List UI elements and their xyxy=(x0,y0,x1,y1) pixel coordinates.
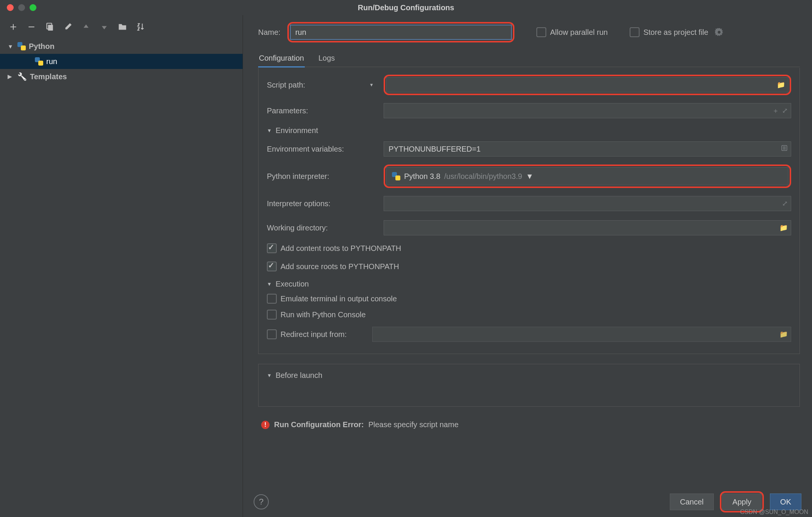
apply-button[interactable]: Apply xyxy=(722,494,762,510)
error-title: Run Configuration Error: xyxy=(274,420,364,429)
copy-config-icon[interactable] xyxy=(45,22,55,32)
chevron-down-icon: ▼ xyxy=(526,172,533,181)
browse-folder-icon[interactable]: 📁 xyxy=(779,330,788,338)
store-as-project-file-checkbox[interactable]: Store as project file xyxy=(630,27,708,37)
interpreter-select[interactable]: Python 3.8 /usr/local/bin/python3.9 ▼ xyxy=(386,167,788,185)
checkbox-icon xyxy=(267,329,277,339)
add-config-icon[interactable] xyxy=(8,22,18,32)
before-launch-list[interactable] xyxy=(267,384,791,403)
interpreter-label: Python interpreter: xyxy=(267,172,377,181)
parameters-input[interactable]: ＋ ⤢ xyxy=(384,103,791,118)
tree-node-label: Templates xyxy=(30,72,67,81)
ok-button[interactable]: OK xyxy=(770,494,801,510)
checkbox-label: Allow parallel run xyxy=(550,28,608,37)
minimize-window-icon[interactable] xyxy=(18,4,25,11)
move-down-icon[interactable] xyxy=(99,22,109,32)
script-path-label[interactable]: Script path: ▼ xyxy=(267,81,377,89)
checkbox-label: Add source roots to PYTHONPATH xyxy=(281,262,399,271)
parameters-label: Parameters: xyxy=(267,107,377,115)
checkbox-label: Redirect input from: xyxy=(281,330,347,339)
error-message: Please specify script name xyxy=(368,420,459,429)
tree-node-label: Python xyxy=(29,42,55,51)
interp-opts-input[interactable]: ⤢ xyxy=(384,196,791,211)
redirect-input-checkbox[interactable]: Redirect input from: xyxy=(267,329,365,339)
tab-configuration[interactable]: Configuration xyxy=(258,49,305,67)
gear-icon[interactable] xyxy=(715,28,723,36)
env-vars-row: Environment variables: PYTHONUNBUFFERED=… xyxy=(267,140,791,158)
help-button[interactable]: ? xyxy=(254,494,269,509)
svg-rect-2 xyxy=(48,25,53,31)
tree-node-python[interactable]: ▼ Python xyxy=(0,39,243,54)
move-up-icon[interactable] xyxy=(81,22,91,32)
close-window-icon[interactable] xyxy=(7,4,14,11)
configuration-panel: Script path: ▼ 📁 Parameters: xyxy=(258,68,800,354)
list-edit-icon[interactable] xyxy=(781,145,788,154)
section-title: Environment xyxy=(276,126,318,135)
error-row: ! Run Configuration Error: Please specif… xyxy=(258,417,800,434)
tree-item-run[interactable]: run xyxy=(0,54,243,69)
tabs: Configuration Logs xyxy=(258,49,800,67)
add-content-roots-checkbox[interactable]: Add content roots to PYTHONPATH xyxy=(267,243,791,253)
script-path-input[interactable]: 📁 xyxy=(386,77,788,92)
checkbox-icon xyxy=(536,27,546,37)
redirect-input-row: Redirect input from: 📁 xyxy=(267,326,791,343)
python-icon xyxy=(392,172,400,180)
input-value: PYTHONUNBUFFERED=1 xyxy=(389,145,481,154)
python-icon xyxy=(17,42,26,50)
sort-alpha-icon[interactable] xyxy=(136,22,146,32)
workdir-input[interactable]: 📁 xyxy=(384,220,791,235)
sidebar-toolbar xyxy=(0,19,243,37)
emulate-terminal-checkbox[interactable]: Emulate terminal in output console xyxy=(267,294,791,304)
wrench-icon xyxy=(17,72,27,81)
expand-icon[interactable]: ⤢ xyxy=(782,199,788,208)
run-debug-config-window: Run/Debug Configurations xyxy=(0,0,812,517)
env-vars-input[interactable]: PYTHONUNBUFFERED=1 xyxy=(384,141,791,157)
parameters-row: Parameters: ＋ ⤢ xyxy=(267,102,791,119)
highlight-name xyxy=(287,22,514,42)
add-param-icon[interactable]: ＋ xyxy=(772,106,779,115)
workdir-label: Working directory: xyxy=(267,224,377,232)
cancel-button[interactable]: Cancel xyxy=(670,494,714,510)
browse-folder-icon[interactable]: 📁 xyxy=(779,224,788,232)
edit-defaults-icon[interactable] xyxy=(63,22,73,32)
checkbox-label: Add content roots to PYTHONPATH xyxy=(281,244,401,253)
name-label: Name: xyxy=(258,28,281,37)
workdir-row: Working directory: 📁 xyxy=(267,219,791,237)
highlight-interpreter: Python 3.8 /usr/local/bin/python3.9 ▼ xyxy=(384,164,791,188)
checkbox-label: Store as project file xyxy=(643,28,708,37)
redirect-input-field[interactable]: 📁 xyxy=(372,327,791,342)
name-row: Name: Allow parallel run Store as projec… xyxy=(258,22,800,42)
checkbox-icon xyxy=(267,262,277,271)
interpreter-path: /usr/local/bin/python3.9 xyxy=(444,172,522,181)
expand-icon[interactable]: ⤢ xyxy=(782,107,788,115)
name-input[interactable] xyxy=(290,25,512,40)
interpreter-name: Python 3.8 xyxy=(404,172,440,181)
checkbox-icon xyxy=(267,310,277,320)
allow-parallel-run-checkbox[interactable]: Allow parallel run xyxy=(536,27,608,37)
add-source-roots-checkbox[interactable]: Add source roots to PYTHONPATH xyxy=(267,262,791,271)
interp-opts-row: Interpreter options: ⤢ xyxy=(267,195,791,212)
error-icon: ! xyxy=(261,421,270,429)
tree-node-templates[interactable]: ▶ Templates xyxy=(0,69,243,84)
form-area: Name: Allow parallel run Store as projec… xyxy=(243,15,812,487)
remove-config-icon[interactable] xyxy=(27,22,36,32)
browse-folder-icon[interactable]: 📁 xyxy=(777,81,785,89)
execution-section-header[interactable]: ▼ Execution xyxy=(267,280,791,288)
folder-icon[interactable] xyxy=(118,22,127,32)
config-tree: ▼ Python run ▶ Templates xyxy=(0,37,243,517)
environment-section-header[interactable]: ▼ Environment xyxy=(267,126,791,135)
interp-opts-label: Interpreter options: xyxy=(267,199,377,208)
body: ▼ Python run ▶ Templates Name: xyxy=(0,15,812,517)
section-title: Before launch xyxy=(276,371,322,380)
highlight-script-path: 📁 xyxy=(384,75,791,95)
maximize-window-icon[interactable] xyxy=(30,4,36,11)
chevron-down-icon: ▼ xyxy=(267,128,272,133)
before-launch-section-header[interactable]: ▼ Before launch xyxy=(267,371,791,380)
tab-logs[interactable]: Logs xyxy=(318,49,335,67)
checkbox-icon xyxy=(267,294,277,304)
section-title: Execution xyxy=(276,280,309,288)
main-panel: Name: Allow parallel run Store as projec… xyxy=(243,15,812,517)
script-path-row: Script path: ▼ 📁 xyxy=(267,75,791,95)
run-python-console-checkbox[interactable]: Run with Python Console xyxy=(267,310,791,320)
chevron-down-icon: ▼ xyxy=(267,281,272,287)
